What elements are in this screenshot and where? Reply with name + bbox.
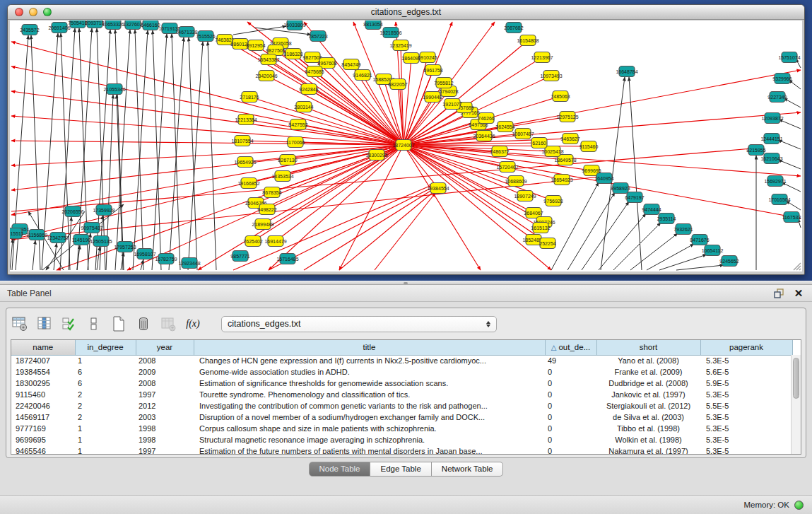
graph-node[interactable]: 12093872	[761, 113, 783, 124]
cell-out_degree[interactable]: 0	[545, 366, 596, 378]
cell-short[interactable]: Yano et al. (2008)	[596, 355, 700, 366]
resize-grip-icon[interactable]	[790, 259, 801, 271]
cell-in_degree[interactable]: 1	[75, 423, 136, 434]
cell-name[interactable]: 9699695	[11, 434, 75, 445]
cell-in_degree[interactable]: 6	[75, 366, 136, 378]
graph-node[interactable]: 18107554	[231, 136, 253, 146]
cell-year[interactable]: 1998	[136, 423, 194, 434]
cell-name[interactable]: 9115460	[11, 389, 75, 400]
graph-node[interactable]: 8813054	[363, 21, 382, 30]
cell-in_degree[interactable]: 2	[75, 411, 136, 423]
graph-node[interactable]: 3624554	[495, 122, 514, 132]
network-window-titlebar[interactable]: citations_edges.txt	[8, 5, 804, 20]
table-row[interactable]: 977716911998Corpus callosum shape and si…	[11, 423, 792, 434]
show-columns-button[interactable]	[35, 315, 54, 333]
table-selector-dropdown[interactable]: citations_edges.txt	[221, 316, 497, 332]
table-settings-button[interactable]	[11, 315, 29, 333]
cell-out_degree[interactable]: 0	[545, 378, 596, 389]
graph-node[interactable]: 19218506	[379, 28, 401, 38]
graph-node[interactable]: 17957253	[114, 242, 136, 252]
table-vertical-scrollbar[interactable]	[791, 355, 801, 454]
cell-in_degree[interactable]: 2	[75, 389, 136, 400]
graph-node[interactable]: 23420046	[255, 71, 277, 81]
graph-node[interactable]: 16958107	[134, 249, 155, 259]
graph-node[interactable]: 18300295	[365, 150, 387, 160]
cell-name[interactable]: 18724007	[11, 355, 75, 366]
cell-pagerank[interactable]: 5.5E-5	[700, 400, 792, 411]
graph-node[interactable]: 16033809	[283, 21, 305, 30]
graph-node[interactable]: 14671338	[175, 27, 197, 37]
cell-pagerank[interactable]: 5.3E-5	[700, 434, 792, 445]
cell-name[interactable]: 18300295	[11, 378, 75, 389]
graph-node[interactable]: 15751074	[778, 52, 800, 63]
cell-year[interactable]: 2003	[136, 411, 194, 423]
graph-node[interactable]: 9245652	[719, 256, 739, 267]
scrollbar-thumb[interactable]	[793, 358, 799, 399]
graph-node[interactable]: 3915511	[10, 228, 23, 239]
graph-node[interactable]: 15720407	[496, 162, 518, 173]
graph-node[interactable]: 8267130	[278, 155, 297, 165]
graph-node[interactable]: 1327602	[123, 21, 142, 30]
graph-node[interactable]: 9242848	[299, 84, 318, 95]
cell-short[interactable]: de Silva et al. (2003)	[596, 411, 700, 423]
cell-in_degree[interactable]: 6	[75, 378, 136, 389]
graph-node[interactable]: 7955812	[434, 78, 453, 88]
graph-node[interactable]: 8427552	[288, 119, 307, 130]
graph-node[interactable]: 17016504	[768, 194, 790, 205]
cell-short[interactable]: Tibbo et al. (1998)	[596, 423, 700, 434]
graph-node[interactable]: 1145190	[72, 235, 91, 245]
graph-node[interactable]: 1615132	[531, 223, 550, 233]
graph-node[interactable]: 9463627	[560, 134, 579, 144]
graph-node[interactable]: 12923448	[178, 258, 200, 269]
cell-title[interactable]: Estimation of the future numbers of pati…	[194, 445, 545, 455]
cell-title[interactable]: Estimation of significance thresholds fo…	[194, 378, 545, 389]
cell-title[interactable]: Disruption of a novel member of a sodium…	[194, 411, 545, 423]
graph-node[interactable]: 16210643	[760, 153, 782, 164]
graph-node[interactable]: 2803144	[294, 102, 313, 112]
column-header-year[interactable]: year	[136, 340, 194, 355]
graph-node[interactable]: 746266	[478, 113, 494, 124]
graph-node[interactable]: 12975125	[556, 112, 578, 122]
graph-node[interactable]: 90975487	[81, 223, 102, 233]
graph-node[interactable]: 9329966	[772, 74, 792, 84]
cell-in_degree[interactable]: 1	[75, 355, 136, 366]
graph-node[interactable]: 1170066	[286, 137, 305, 148]
table-row[interactable]: 1872400712008Changes of HCN gene express…	[11, 355, 792, 366]
graph-node[interactable]: 7515526	[196, 31, 215, 42]
graph-node[interactable]: 9115460	[579, 141, 599, 152]
graph-node[interactable]: 7932621	[673, 224, 693, 235]
graph-node[interactable]: 19654925	[234, 157, 256, 168]
graph-node[interactable]: 6822057	[388, 79, 407, 90]
graph-node[interactable]: 2718176	[240, 92, 259, 103]
cell-pagerank[interactable]: 5.6E-5	[700, 366, 792, 378]
graph-node[interactable]: 8186328	[283, 49, 302, 59]
graph-node[interactable]: 1921077	[442, 99, 461, 110]
cell-pagerank[interactable]: 5.3E-5	[700, 411, 792, 423]
graph-node[interactable]: 8958923	[611, 183, 630, 194]
graph-node[interactable]: 6479197	[625, 192, 644, 203]
graph-node[interactable]: 12444151	[760, 134, 782, 144]
graph-node[interactable]: 21055346	[103, 84, 125, 95]
delete-table-button[interactable]	[159, 315, 177, 333]
delete-column-button[interactable]	[134, 315, 153, 333]
cell-short[interactable]: Dudbridge et al. (2008)	[596, 378, 700, 389]
graph-node[interactable]: 9146821	[353, 70, 372, 81]
cell-title[interactable]: Investigating the contribution of common…	[194, 400, 545, 411]
table-row[interactable]: 911546021997Tourette syndrome. Phenomeno…	[11, 389, 792, 400]
graph-node[interactable]: 16914479	[264, 236, 286, 247]
table-row[interactable]: 969969511998Structural magnetic resonanc…	[11, 434, 792, 445]
cell-pagerank[interactable]: 5.3E-5	[700, 389, 792, 400]
float-panel-icon[interactable]	[772, 287, 785, 300]
rows-button[interactable]	[85, 315, 103, 333]
table-row[interactable]: 2242004622012Investigating the contribut…	[11, 400, 792, 411]
column-header-pagerank[interactable]: pagerank	[700, 340, 792, 355]
column-header-title[interactable]: title	[194, 340, 545, 355]
cell-year[interactable]: 2008	[136, 355, 194, 366]
graph-node[interactable]: 9857771	[230, 251, 249, 262]
graph-node[interactable]: 20691406	[48, 23, 70, 33]
graph-node[interactable]: 1640954	[594, 173, 613, 184]
cell-pagerank[interactable]: 5.3E-5	[700, 445, 792, 455]
table-row[interactable]: 1938455462009Genome-wide association stu…	[11, 366, 792, 378]
graph-node[interactable]: 9227349	[767, 92, 787, 103]
graph-node[interactable]: 7857223	[308, 31, 327, 42]
